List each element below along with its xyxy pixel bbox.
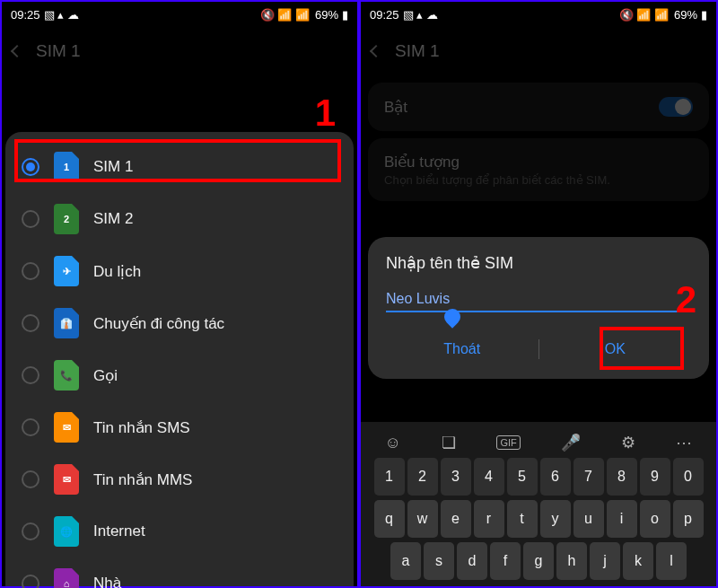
key-h[interactable]: h [556, 542, 587, 580]
key-5[interactable]: 5 [507, 458, 538, 496]
key-u[interactable]: u [574, 500, 604, 538]
home-icon: ⌂ [54, 568, 79, 588]
status-indicators: 🔇 📶 📶 [260, 8, 310, 22]
radio[interactable] [22, 314, 39, 332]
key-7[interactable]: 7 [574, 458, 604, 496]
sim-option-label: Gọi [93, 366, 118, 385]
radio[interactable] [22, 210, 39, 228]
sim-option-mms[interactable]: ✉ Tin nhắn MMS [5, 453, 354, 505]
travel-icon: ✈ [54, 256, 79, 286]
ok-button[interactable]: OK [539, 334, 692, 364]
status-bar: 09:25 ▧ ▴ ☁ 🔇 📶 📶 69% ▮ [2, 2, 357, 27]
battery-icon: ▮ [342, 8, 348, 22]
radio[interactable] [22, 262, 39, 280]
keyboard-row-2: a s d f g h j k l [364, 542, 713, 580]
key-0[interactable]: 0 [673, 458, 704, 496]
radio[interactable] [22, 366, 39, 384]
status-notif-icons: ▧ ▴ ☁ [403, 8, 438, 22]
back-icon[interactable] [11, 45, 23, 57]
key-y[interactable]: y [540, 500, 571, 538]
icon-row-sub: Chọn biểu tượng để phân biết các thẻ SIM… [384, 173, 693, 187]
business-icon: 👔 [54, 308, 79, 338]
key-3[interactable]: 3 [441, 458, 471, 496]
screen-sim-name-dialog: 09:25 ▧ ▴ ☁ 🔇 📶 📶 69% ▮ SIM 1 Bật Biểu t… [359, 0, 718, 588]
sim-option-label: Du lịch [93, 262, 141, 281]
sim-option-label: Tin nhắn MMS [93, 470, 192, 489]
battery-icon: ▮ [701, 8, 707, 22]
sim-option-internet[interactable]: 🌐 Internet [5, 505, 354, 557]
step-1-label: 1 [315, 92, 336, 135]
sim-option-sim2[interactable]: 2 SIM 2 [5, 193, 354, 245]
radio[interactable] [22, 575, 39, 588]
key-f[interactable]: f [490, 542, 521, 580]
key-j[interactable]: j [590, 542, 620, 580]
page-title: SIM 1 [36, 41, 81, 61]
sim-option-label: Tin nhắn SMS [93, 418, 190, 437]
sim-option-travel[interactable]: ✈ Du lịch [5, 245, 354, 297]
status-time: 09:25 [11, 8, 40, 22]
call-icon: 📞 [54, 360, 79, 391]
sim-option-home[interactable]: ⌂ Nhà [5, 557, 354, 588]
key-q[interactable]: q [374, 500, 405, 538]
key-p[interactable]: p [673, 500, 704, 538]
dialog-title: Nhập tên thẻ SIM [386, 253, 691, 273]
key-4[interactable]: 4 [474, 458, 504, 496]
key-8[interactable]: 8 [607, 458, 637, 496]
radio-selected[interactable] [22, 158, 39, 176]
enable-toggle-row[interactable]: Bật [368, 83, 709, 131]
key-9[interactable]: 9 [640, 458, 670, 496]
enable-label: Bật [384, 98, 407, 117]
status-battery-pct: 69% [315, 8, 338, 22]
settings-icon[interactable]: ⚙ [621, 433, 635, 452]
key-i[interactable]: i [607, 500, 637, 538]
mic-icon[interactable]: 🎤 [561, 433, 581, 452]
icon-row[interactable]: Biểu tượng Chọn biểu tượng để phân biết … [368, 138, 709, 201]
sim-option-sim1[interactable]: 1 SIM 1 [5, 141, 354, 193]
status-battery-pct: 69% [674, 8, 697, 22]
sticker-icon[interactable]: ❏ [442, 433, 456, 452]
key-2[interactable]: 2 [407, 458, 438, 496]
status-notif-icons: ▧ ▴ ☁ [44, 8, 79, 22]
key-6[interactable]: 6 [540, 458, 571, 496]
page-title: SIM 1 [395, 41, 440, 61]
key-o[interactable]: o [640, 500, 670, 538]
key-s[interactable]: s [424, 542, 454, 580]
key-w[interactable]: w [407, 500, 438, 538]
key-t[interactable]: t [507, 500, 538, 538]
sms-icon: ✉ [54, 412, 79, 443]
key-1[interactable]: 1 [374, 458, 405, 496]
sim-name-value: Neo Luvis [386, 291, 450, 306]
sim1-icon: 1 [54, 152, 79, 182]
key-r[interactable]: r [474, 500, 504, 538]
key-l[interactable]: l [656, 542, 687, 580]
more-icon[interactable]: ⋯ [676, 433, 692, 452]
key-e[interactable]: e [441, 500, 471, 538]
sim-option-label: Chuyến đi công tác [93, 314, 224, 333]
back-icon[interactable] [370, 45, 382, 57]
sim2-icon: 2 [54, 204, 79, 234]
enable-toggle[interactable] [659, 97, 693, 117]
sim-option-call[interactable]: 📞 Gọi [5, 349, 354, 401]
sim-name-input[interactable]: Neo Luvis [386, 291, 691, 312]
radio[interactable] [22, 418, 39, 436]
text-cursor-handle[interactable] [441, 305, 463, 328]
sim-icon-sheet: 1 SIM 1 2 SIM 2 ✈ Du lịch 👔 Chuyến đi cô… [5, 132, 354, 586]
gif-icon[interactable]: GIF [496, 435, 520, 450]
sim-option-label: SIM 1 [93, 158, 133, 176]
cancel-button[interactable]: Thoát [386, 334, 538, 364]
sim-option-business[interactable]: 👔 Chuyến đi công tác [5, 297, 354, 349]
emoji-icon[interactable]: ☺ [385, 434, 401, 452]
radio[interactable] [22, 522, 39, 540]
key-k[interactable]: k [623, 542, 653, 580]
dialog-buttons: Thoát OK [386, 334, 691, 373]
status-time: 09:25 [370, 8, 399, 22]
icon-row-title: Biểu tượng [384, 153, 693, 171]
key-a[interactable]: a [390, 542, 421, 580]
keyboard-row-1: q w e r t y u i o p [364, 500, 713, 538]
internet-icon: 🌐 [54, 516, 79, 547]
rename-sim-dialog: Nhập tên thẻ SIM Neo Luvis 2 Thoát OK [368, 237, 709, 379]
radio[interactable] [22, 470, 39, 488]
sim-option-sms[interactable]: ✉ Tin nhắn SMS [5, 401, 354, 453]
key-g[interactable]: g [523, 542, 554, 580]
key-d[interactable]: d [457, 542, 487, 580]
